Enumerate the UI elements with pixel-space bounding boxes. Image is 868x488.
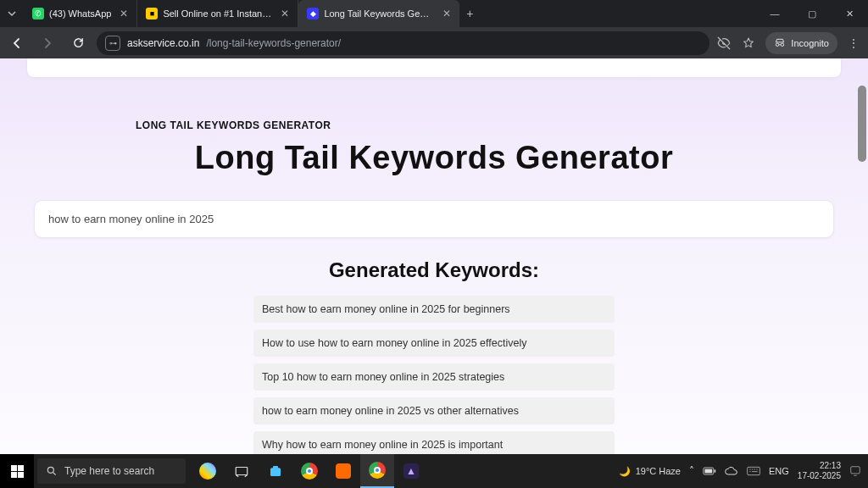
windows-logo-icon [11,465,24,478]
incognito-icon [774,37,786,49]
close-icon[interactable]: ✕ [120,8,128,19]
svg-rect-1 [236,468,248,475]
keyword-item[interactable]: how to earn money online in 2025 vs othe… [253,397,615,424]
clock-time: 22:13 [798,461,841,471]
bookmark-star-icon[interactable] [742,36,755,50]
app-icon-orange[interactable] [326,454,360,488]
site-info-icon[interactable]: ⊶ [105,36,120,51]
whatsapp-icon: ✆ [32,8,44,19]
windows-taskbar: Type here to search ▲ 🌙 19°C Haze ˄ ENG … [0,454,868,488]
tab-strip: ✆ (43) WhatsApp ✕ ■ Sell Online on #1 In… [0,0,756,27]
store-icon: ■ [146,8,158,19]
site-icon: ◆ [307,8,319,19]
maximize-button[interactable]: ▢ [793,0,831,27]
previous-card-bottom [27,58,841,77]
clock[interactable]: 22:13 17-02-2025 [798,461,841,481]
close-icon[interactable]: ✕ [442,8,451,19]
page-scrollbar[interactable] [856,58,868,454]
keyboard-icon[interactable] [747,466,760,476]
task-view-button[interactable] [225,454,259,488]
keyword-list: Best how to earn money online in 2025 fo… [253,296,615,454]
window-titlebar: ✆ (43) WhatsApp ✕ ■ Sell Online on #1 In… [0,0,868,27]
generated-title: Generated Keywords: [27,258,841,282]
weather-widget[interactable]: 🌙 19°C Haze [619,466,681,477]
keyword-item[interactable]: Best how to earn money online in 2025 fo… [253,296,615,323]
tab-long-tail-keywords[interactable]: ◆ Long Tail Keywords Generator ✕ [298,0,459,27]
start-button[interactable] [0,454,34,488]
keyword-item[interactable]: Top 10 how to earn money online in 2025 … [253,363,615,391]
svg-rect-3 [273,466,278,469]
scrollbar-thumb[interactable] [858,86,866,162]
close-icon[interactable]: ✕ [281,8,289,19]
battery-icon[interactable] [703,467,716,475]
page-content: LONG TAIL KEYWORDS GENERATOR Long Tail K… [0,77,868,454]
url-path: /long-tail-keywords-generator/ [206,37,341,49]
incognito-label: Incognito [791,38,829,48]
svg-rect-8 [851,467,860,474]
toolbar-right: Incognito ⋮ [716,32,863,54]
keyword-input[interactable]: how to earn money online in 2025 [34,200,834,238]
copilot-icon[interactable] [191,454,225,488]
weather-icon: 🌙 [619,466,631,477]
svg-rect-7 [748,467,760,474]
forward-button[interactable] [36,31,59,55]
keyword-input-value: how to earn money online in 2025 [48,213,214,225]
page-title: Long Tail Keywords Generator [27,140,841,176]
tab-label: Sell Online on #1 Instant Delive [163,8,272,19]
browser-menu-button[interactable]: ⋮ [848,36,860,50]
tab-search-button[interactable] [0,0,24,27]
arrow-right-icon [41,36,54,50]
url-host: askservice.co.in [127,37,199,49]
chrome-icon-active[interactable] [360,454,394,488]
eye-off-icon[interactable] [716,36,732,51]
keyword-item[interactable]: How to use how to earn money online in 2… [253,330,615,357]
svg-point-0 [47,467,53,473]
reload-icon [72,36,85,49]
back-button[interactable] [5,31,29,55]
language-indicator[interactable]: ENG [769,466,789,476]
chevron-down-icon [8,9,16,18]
weather-text: 19°C Haze [636,466,681,476]
chrome-icon[interactable] [292,454,326,488]
microsoft-store-icon[interactable] [259,454,292,488]
arrow-left-icon [10,36,24,50]
address-bar[interactable]: ⊶ askservice.co.in/long-tail-keywords-ge… [97,31,709,55]
tray-chevron-up-icon[interactable]: ˄ [689,465,694,477]
reload-button[interactable] [66,31,90,55]
incognito-chip[interactable]: Incognito [765,32,837,54]
onedrive-icon[interactable] [725,466,738,476]
tab-label: Long Tail Keywords Generator [324,8,434,19]
notifications-icon[interactable] [849,465,861,477]
app-icon-purple[interactable]: ▲ [394,454,428,488]
minimize-button[interactable]: — [756,0,793,27]
page-viewport: LONG TAIL KEYWORDS GENERATOR Long Tail K… [0,58,868,454]
new-tab-button[interactable]: + [459,7,480,20]
taskbar-apps: ▲ [191,454,428,488]
browser-toolbar: ⊶ askservice.co.in/long-tail-keywords-ge… [0,27,868,58]
search-icon [46,465,58,477]
close-window-button[interactable]: ✕ [831,0,868,27]
svg-rect-5 [715,469,716,472]
svg-rect-2 [270,468,281,476]
tab-whatsapp[interactable]: ✆ (43) WhatsApp ✕ [24,0,137,27]
window-controls: — ▢ ✕ [756,0,868,27]
clock-date: 17-02-2025 [798,471,841,481]
taskbar-search[interactable]: Type here to search [37,458,186,484]
tab-label: (43) WhatsApp [49,8,111,19]
page-kicker: LONG TAIL KEYWORDS GENERATOR [136,119,841,131]
svg-rect-6 [704,469,712,474]
taskbar-search-placeholder: Type here to search [64,465,154,477]
keyword-item[interactable]: Why how to earn money online in 2025 is … [253,431,615,454]
system-tray: 🌙 19°C Haze ˄ ENG 22:13 17-02-2025 [619,454,868,488]
tab-sell-online[interactable]: ■ Sell Online on #1 Instant Delive ✕ [137,0,298,27]
